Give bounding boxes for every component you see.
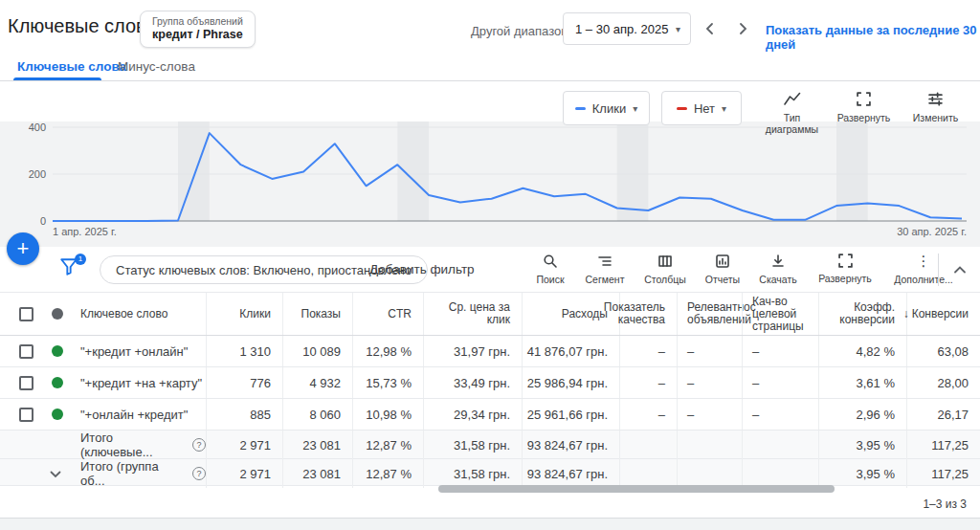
tab-negative-keywords[interactable]: Минус-слова <box>118 59 195 74</box>
svg-text:200: 200 <box>29 168 46 180</box>
table-header-row: Ключевое слово Клики Показы CTR Ср. цена… <box>0 293 980 336</box>
totals-impressions: 23 081 <box>282 459 352 488</box>
filter-count-badge: 1 <box>75 254 86 265</box>
secondary-metric-label: Нет <box>694 101 715 116</box>
cell-landing-page: – <box>742 336 818 366</box>
chart-expand-label: Развернуть <box>837 112 891 123</box>
caret-down-icon: ▾ <box>633 103 637 114</box>
page-bottom-strip <box>0 519 980 530</box>
filter-funnel-button[interactable]: 1 <box>59 257 82 282</box>
cell-keyword[interactable]: "+онлайн +кредит" <box>73 399 206 430</box>
search-button[interactable]: Поиск <box>525 252 575 290</box>
cell-landing-page: – <box>742 399 818 430</box>
reports-button[interactable]: Отчеты <box>696 252 749 290</box>
totals-cpc: 31,58 грн. <box>423 431 522 459</box>
columns-button[interactable]: Столбцы <box>635 252 696 290</box>
collapse-table-button[interactable] <box>949 260 970 279</box>
totals-ctr: 12,87 % <box>352 431 423 459</box>
cell-keyword[interactable]: "+кредит +на +карту" <box>73 367 206 398</box>
status-enabled-dot[interactable] <box>52 345 63 357</box>
cell-keyword[interactable]: "+кредит +онлайн" <box>73 336 206 366</box>
date-range-value: 1 – 30 апр. 2025 <box>575 22 676 36</box>
header-cell-impressions[interactable]: Показы <box>282 293 352 335</box>
header-cell-ad-relevance[interactable]: Релевантнос объявлений <box>677 293 742 335</box>
next-range-button[interactable] <box>733 21 752 38</box>
show-last-30-days-link[interactable]: Показать данные за последние 30 дней <box>766 23 980 52</box>
download-button[interactable]: Скачать <box>749 252 807 290</box>
header-cell-quality-score[interactable]: Показатель качества <box>619 293 677 335</box>
secondary-metric-color-dash <box>677 107 687 110</box>
keywords-table-card: 1 Статус ключевых слов: Включено, приост… <box>0 247 980 519</box>
header-cell-status <box>42 293 73 335</box>
chart-type-label: Тип диаграммы <box>762 112 823 135</box>
page-title: Ключевые слова <box>8 15 157 37</box>
chart-toolbar: Тип диаграммы Развернуть Изменить <box>756 92 971 135</box>
cell-conv-rate: 3,61 % <box>818 367 906 398</box>
cell-quality-score: – <box>619 399 677 430</box>
table-row: "+кредит +на +карту" 776 4 932 15,73 % 3… <box>0 367 980 399</box>
cell-cpc: 31,97 грн. <box>423 336 522 366</box>
expand-totals-button[interactable] <box>50 467 61 481</box>
report-chart-icon <box>715 254 730 269</box>
expand-table-button[interactable]: Развернуть <box>807 252 883 290</box>
header-cell-keyword[interactable]: Ключевое слово <box>73 293 206 335</box>
ad-group-scope-chip[interactable]: Группа объявлений кредит / Phrase <box>140 11 256 48</box>
totals-impressions: 23 081 <box>282 431 352 459</box>
header-cell-conv-rate[interactable]: Коэфф. конверсии <box>818 293 906 335</box>
totals-keywords-row: Итого (ключевые... ? 2 971 23 081 12,87 … <box>0 431 980 458</box>
header-cell-clicks[interactable]: Клики <box>206 293 282 335</box>
add-filter-button[interactable]: Добавить фильтр <box>369 262 475 276</box>
status-enabled-dot[interactable] <box>52 409 63 420</box>
horizontal-scrollbar-thumb[interactable] <box>438 485 835 493</box>
pagination-status: 1–3 из 3 <box>923 492 967 517</box>
scope-chip-label: Группа объявлений <box>152 15 243 28</box>
line-chart-canvas: 02004001 апр. 2025 г.30 апр. 2025 г. <box>0 121 980 247</box>
cell-ctr: 10,98 % <box>352 399 423 430</box>
chart-type-button[interactable]: Тип диаграммы <box>756 92 828 135</box>
row-checkbox[interactable] <box>19 344 33 359</box>
date-range-selector[interactable]: 1 – 30 апр. 2025 ▾ <box>563 12 691 45</box>
header-cell-ctr[interactable]: CTR <box>352 293 423 335</box>
cell-cpc: 33,49 грн. <box>423 367 522 398</box>
chevron-right-icon <box>737 22 748 35</box>
header-cell-cpc[interactable]: Ср. цена за клик <box>423 293 522 335</box>
columns-icon <box>657 254 673 269</box>
cell-impressions: 10 089 <box>282 336 352 366</box>
chart-edit-button[interactable]: Изменить <box>900 92 971 135</box>
chart-expand-button[interactable]: Развернуть <box>828 92 900 135</box>
status-enabled-dot[interactable] <box>52 377 63 388</box>
svg-text:0: 0 <box>40 215 46 227</box>
tab-keywords[interactable]: Ключевые слова <box>17 59 126 74</box>
cell-impressions: 4 932 <box>282 367 352 398</box>
fullscreen-icon <box>838 254 853 268</box>
secondary-metric-dropdown[interactable]: Нет ▾ <box>661 91 742 125</box>
cell-impressions: 8 060 <box>282 399 352 430</box>
header-cell-select <box>0 293 42 335</box>
row-checkbox[interactable] <box>19 408 33 422</box>
primary-metric-dropdown[interactable]: Клики ▾ <box>563 91 650 125</box>
chart-edit-label: Изменить <box>913 112 958 123</box>
header-cell-landing-page[interactable]: Кач-во целевой страницы <box>742 293 818 335</box>
help-icon[interactable]: ? <box>192 438 206 452</box>
segment-icon <box>597 254 612 269</box>
chevron-left-icon <box>704 22 716 35</box>
cell-conversions: 26,17 <box>906 399 980 430</box>
help-icon[interactable]: ? <box>192 467 206 480</box>
segment-button[interactable]: Сегмент <box>575 252 635 290</box>
top-bar: Ключевые слова Группа объявлений кредит … <box>0 0 980 53</box>
cell-clicks: 776 <box>206 367 282 398</box>
svg-text:400: 400 <box>29 121 46 133</box>
cell-ad-relevance: – <box>677 399 742 430</box>
previous-range-button[interactable] <box>701 21 720 38</box>
tune-sliders-icon <box>928 92 943 106</box>
cell-ad-relevance: – <box>677 367 742 398</box>
cell-clicks: 885 <box>206 399 282 430</box>
totals-ad-group-label: Итого (группа об... <box>80 459 186 488</box>
select-all-checkbox[interactable] <box>19 307 33 321</box>
cell-ctr: 12,98 % <box>352 336 423 366</box>
row-checkbox[interactable] <box>19 376 33 390</box>
totals-cost: 93 824,67 грн. <box>522 459 619 488</box>
add-keyword-fab[interactable]: + <box>7 232 39 265</box>
header-cell-conversions[interactable]: ↓Конверсии <box>906 293 980 335</box>
cell-landing-page: – <box>742 367 818 398</box>
